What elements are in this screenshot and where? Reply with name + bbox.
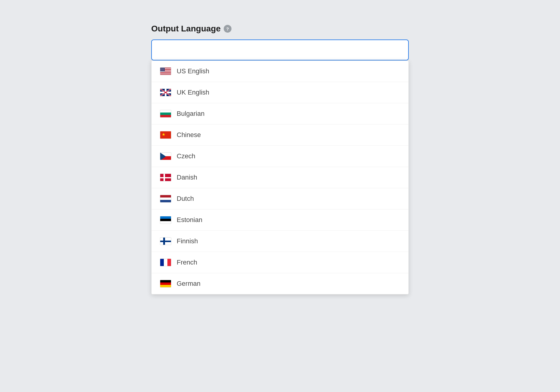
language-item-estonian[interactable]: Estonian <box>152 209 408 231</box>
language-item-uk-english[interactable]: UK English <box>152 82 408 103</box>
flag-us <box>160 67 171 75</box>
language-name-estonian: Estonian <box>177 216 202 224</box>
language-item-us-english[interactable]: US English <box>152 61 408 82</box>
language-name-chinese: Chinese <box>177 131 201 139</box>
search-input-wrapper[interactable] <box>151 39 409 60</box>
language-name-us-english: US English <box>177 67 209 75</box>
flag-cn <box>160 131 171 139</box>
flag-nl <box>160 195 171 203</box>
help-icon[interactable]: ? <box>224 25 231 33</box>
language-item-bulgarian[interactable]: Bulgarian <box>152 103 408 124</box>
language-item-chinese[interactable]: Chinese <box>152 124 408 146</box>
language-item-czech[interactable]: Czech <box>152 146 408 167</box>
flag-ee <box>160 216 171 224</box>
language-name-danish: Danish <box>177 174 197 181</box>
page-container: Output Language ? US EnglishUK EnglishBu… <box>145 12 415 306</box>
search-input[interactable] <box>157 44 403 51</box>
language-name-czech: Czech <box>177 152 195 160</box>
language-name-dutch: Dutch <box>177 195 194 203</box>
flag-fi <box>160 237 171 245</box>
language-item-german[interactable]: German <box>152 273 408 294</box>
flag-fr <box>160 259 171 266</box>
language-name-bulgarian: Bulgarian <box>177 110 205 118</box>
language-item-danish[interactable]: Danish <box>152 167 408 188</box>
flag-bg <box>160 110 171 118</box>
language-name-uk-english: UK English <box>177 89 209 96</box>
language-item-french[interactable]: French <box>152 252 408 273</box>
flag-cz <box>160 152 171 160</box>
language-item-finnish[interactable]: Finnish <box>152 231 408 252</box>
flag-dk <box>160 174 171 181</box>
language-item-dutch[interactable]: Dutch <box>152 188 408 209</box>
language-name-french: French <box>177 259 197 266</box>
language-dropdown: US EnglishUK EnglishBulgarianChineseCzec… <box>151 60 409 294</box>
output-language-label: Output Language <box>151 24 221 34</box>
language-list: US EnglishUK EnglishBulgarianChineseCzec… <box>152 61 408 294</box>
section-title: Output Language ? <box>151 24 409 34</box>
language-name-german: German <box>177 280 200 288</box>
language-name-finnish: Finnish <box>177 237 198 245</box>
flag-de <box>160 280 171 288</box>
flag-uk <box>160 89 171 96</box>
